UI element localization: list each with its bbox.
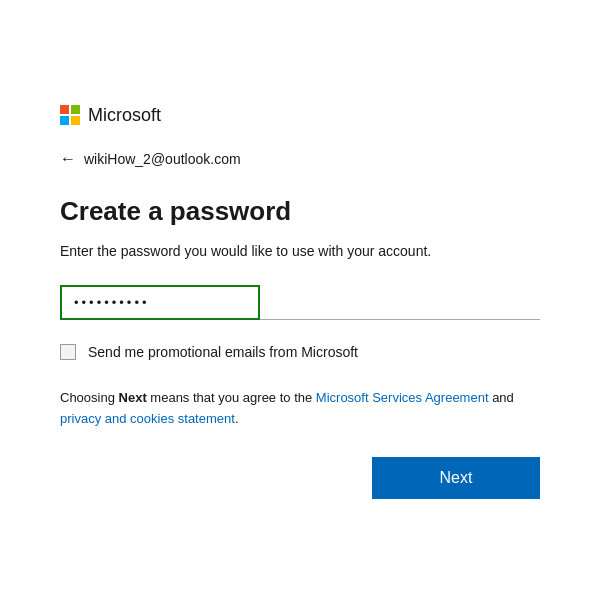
ms-logo-green — [71, 105, 80, 114]
terms-middle: means that you agree to the — [147, 390, 316, 405]
password-input-box[interactable]: •••••••••• — [60, 285, 260, 320]
password-underline — [260, 282, 540, 320]
password-dots: •••••••••• — [74, 295, 150, 310]
create-password-container: Microsoft ← wikiHow_2@outlook.com Create… — [60, 73, 540, 532]
ms-logo-yellow — [71, 116, 80, 125]
terms-next-bold: Next — [119, 390, 147, 405]
promo-email-checkbox[interactable] — [60, 344, 76, 360]
promo-email-label: Send me promotional emails from Microsof… — [88, 344, 358, 360]
password-input-row: •••••••••• — [60, 282, 540, 320]
back-navigation[interactable]: ← wikiHow_2@outlook.com — [60, 150, 540, 168]
next-button[interactable]: Next — [372, 457, 540, 499]
button-row: Next — [60, 457, 540, 499]
promo-email-row[interactable]: Send me promotional emails from Microsof… — [60, 344, 540, 360]
back-email-label: wikiHow_2@outlook.com — [84, 151, 241, 167]
page-title: Create a password — [60, 196, 540, 227]
microsoft-wordmark: Microsoft — [88, 105, 161, 126]
microsoft-logo: Microsoft — [60, 105, 540, 126]
ms-logo-grid — [60, 105, 80, 125]
terms-text: Choosing Next means that you agree to th… — [60, 388, 540, 430]
password-field-wrapper: •••••••••• — [60, 282, 540, 320]
ms-logo-red — [60, 105, 69, 114]
back-arrow-icon: ← — [60, 150, 76, 168]
terms-connector: and — [489, 390, 514, 405]
microsoft-services-agreement-link[interactable]: Microsoft Services Agreement — [316, 390, 489, 405]
ms-logo-blue — [60, 116, 69, 125]
terms-prefix: Choosing — [60, 390, 119, 405]
privacy-cookies-link[interactable]: privacy and cookies statement — [60, 411, 235, 426]
terms-suffix: . — [235, 411, 239, 426]
page-description: Enter the password you would like to use… — [60, 241, 540, 262]
